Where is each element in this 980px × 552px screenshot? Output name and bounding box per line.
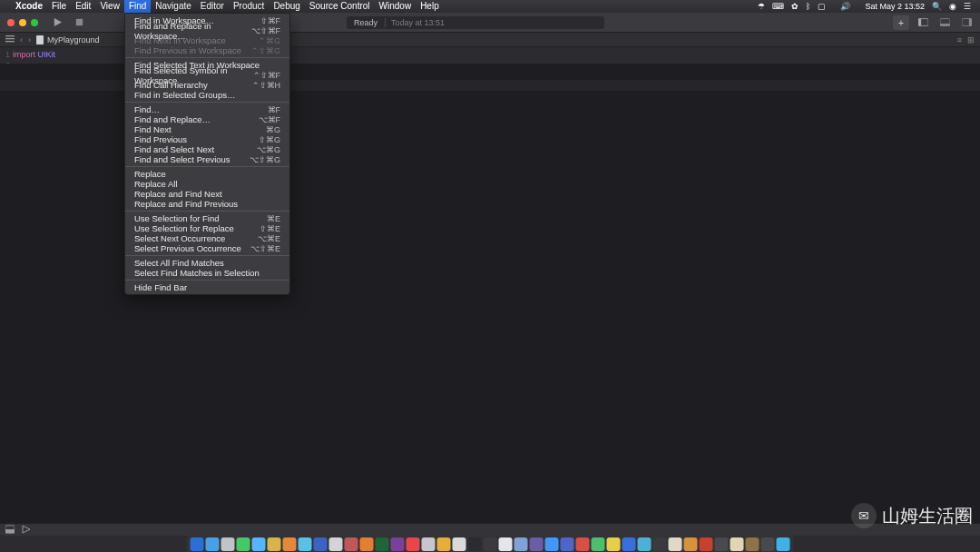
- find-menu-item[interactable]: Replace and Find Next: [125, 189, 289, 199]
- menu-file[interactable]: File: [47, 0, 71, 13]
- spotlight-icon[interactable]: 🔍: [932, 2, 942, 11]
- dock-app-icon[interactable]: [484, 537, 497, 551]
- dock-app-icon[interactable]: [329, 537, 343, 551]
- related-items-icon[interactable]: [5, 35, 15, 44]
- find-menu-item[interactable]: Replace All: [125, 179, 289, 189]
- airplay-icon[interactable]: ▢: [818, 2, 826, 11]
- find-menu-item-label: Replace and Find Next: [134, 189, 280, 199]
- dock-app-icon[interactable]: [761, 537, 775, 551]
- dock-app-icon[interactable]: [191, 537, 204, 551]
- dock-app-icon[interactable]: [407, 537, 420, 551]
- close-window-button[interactable]: [7, 19, 15, 26]
- bluetooth-icon[interactable]: ᛒ: [806, 2, 810, 11]
- find-menu-item[interactable]: Find Selected Symbol in Workspace⌃⇧⌘F: [125, 70, 289, 80]
- editor-options-icon[interactable]: ≡: [957, 35, 962, 44]
- dock-app-icon[interactable]: [376, 537, 389, 551]
- dock-app-icon[interactable]: [545, 537, 559, 551]
- find-menu-item[interactable]: Find Previous⇧⌘G: [125, 134, 289, 144]
- notifications-icon[interactable]: ☰: [964, 2, 971, 11]
- menu-debug[interactable]: Debug: [269, 0, 304, 13]
- find-menu-item[interactable]: Find and Replace in Workspace…⌥⇧⌘F: [125, 25, 289, 35]
- find-menu-item-shortcut: ⇧⌘F: [260, 16, 281, 25]
- menu-window[interactable]: Window: [375, 0, 416, 13]
- dock-app-icon[interactable]: [653, 537, 667, 551]
- dock-app-icon[interactable]: [700, 537, 713, 551]
- menu-find[interactable]: Find: [124, 0, 151, 13]
- breadcrumb[interactable]: MyPlayground: [36, 35, 100, 44]
- debug-view-icon[interactable]: [5, 525, 15, 536]
- toggle-right-panel-button[interactable]: [958, 15, 975, 30]
- dock-app-icon[interactable]: [746, 537, 760, 551]
- find-menu-item[interactable]: Use Selection for Replace⇧⌘E: [125, 223, 289, 233]
- dock-app-icon[interactable]: [730, 537, 744, 551]
- dock-app-icon[interactable]: [576, 537, 590, 551]
- dock-app-icon[interactable]: [669, 537, 682, 551]
- find-menu-item[interactable]: Select Previous Occurrence⌥⇧⌘E: [125, 243, 289, 253]
- keyboard-input-icon[interactable]: ⌨: [772, 2, 784, 11]
- dock-app-icon[interactable]: [283, 537, 297, 551]
- zoom-window-button[interactable]: [31, 19, 38, 26]
- dock-app-icon[interactable]: [206, 537, 220, 551]
- nav-back-button[interactable]: ‹: [20, 35, 23, 44]
- find-menu-item[interactable]: Find and Replace…⌥⌘F: [125, 114, 289, 124]
- find-menu-item[interactable]: Find in Selected Groups…: [125, 90, 289, 100]
- dock-app-icon[interactable]: [777, 537, 790, 551]
- continue-icon[interactable]: [22, 525, 31, 536]
- dock-app-icon[interactable]: [345, 537, 358, 551]
- find-menu-dropdown: Find in Workspace…⇧⌘FFind and Replace in…: [124, 13, 290, 295]
- find-menu-item[interactable]: Find Next⌘G: [125, 124, 289, 134]
- siri-icon[interactable]: ◉: [949, 2, 956, 11]
- find-menu-item[interactable]: Hide Find Bar: [125, 282, 289, 292]
- find-menu-item[interactable]: Find and Select Previous⌥⇧⌘G: [125, 154, 289, 164]
- find-menu-item[interactable]: Find…⌘F: [125, 104, 289, 114]
- menu-product[interactable]: Product: [229, 0, 269, 13]
- dock-app-icon[interactable]: [314, 537, 328, 551]
- menu-edit[interactable]: Edit: [71, 0, 95, 13]
- library-add-button[interactable]: +: [893, 15, 909, 30]
- nav-forward-button[interactable]: ›: [28, 35, 31, 44]
- dock-app-icon[interactable]: [422, 537, 436, 551]
- dock-app-icon[interactable]: [221, 537, 235, 551]
- clock-text[interactable]: Sat May 2 13:52: [865, 2, 925, 11]
- menu-xcode[interactable]: Xcode: [11, 0, 47, 13]
- dock-app-icon[interactable]: [299, 537, 312, 551]
- find-menu-item[interactable]: Replace and Find Previous: [125, 199, 289, 209]
- menu-navigate[interactable]: Navigate: [151, 0, 195, 13]
- find-menu-item[interactable]: Find and Select Next⌥⌘G: [125, 144, 289, 154]
- dock-app-icon[interactable]: [468, 537, 482, 551]
- dock-app-icon[interactable]: [437, 537, 451, 551]
- dock-app-icon[interactable]: [607, 537, 621, 551]
- minimize-window-button[interactable]: [19, 19, 26, 26]
- run-button[interactable]: [49, 15, 65, 30]
- dock-app-icon[interactable]: [391, 537, 405, 551]
- dock-app-icon[interactable]: [499, 537, 513, 551]
- find-menu-item[interactable]: Select Next Occurrence⌥⌘E: [125, 233, 289, 243]
- find-menu-item[interactable]: Use Selection for Find⌘E: [125, 213, 289, 223]
- dock-app-icon[interactable]: [252, 537, 266, 551]
- find-menu-item[interactable]: Replace: [125, 169, 289, 179]
- dock-app-icon[interactable]: [237, 537, 250, 551]
- dock-app-icon[interactable]: [530, 537, 544, 551]
- stop-button[interactable]: [71, 15, 87, 30]
- dock-app-icon[interactable]: [592, 537, 605, 551]
- toggle-left-panel-button[interactable]: [915, 15, 931, 30]
- toggle-bottom-panel-button[interactable]: [936, 15, 953, 30]
- dock-app-icon[interactable]: [715, 537, 729, 551]
- menu-view[interactable]: View: [95, 0, 124, 13]
- dock-app-icon[interactable]: [622, 537, 636, 551]
- find-menu-item[interactable]: Find Call Hierarchy⌃⇧⌘H: [125, 80, 289, 90]
- find-menu-item[interactable]: Select Find Matches in Selection: [125, 268, 289, 278]
- sound-icon[interactable]: 🔊: [840, 2, 850, 11]
- find-menu-item[interactable]: Select All Find Matches: [125, 258, 289, 268]
- dock-app-icon[interactable]: [684, 537, 698, 551]
- dock-app-icon[interactable]: [453, 537, 466, 551]
- dock-app-icon[interactable]: [360, 537, 374, 551]
- dock-app-icon[interactable]: [638, 537, 652, 551]
- adjust-editor-icon[interactable]: ⊞: [967, 35, 975, 44]
- dock-app-icon[interactable]: [514, 537, 528, 551]
- menu-help[interactable]: Help: [416, 0, 444, 13]
- dock-app-icon[interactable]: [268, 537, 281, 551]
- dock-app-icon[interactable]: [561, 537, 574, 551]
- menu-editor[interactable]: Editor: [196, 0, 229, 13]
- menu-source-control[interactable]: Source Control: [305, 0, 375, 13]
